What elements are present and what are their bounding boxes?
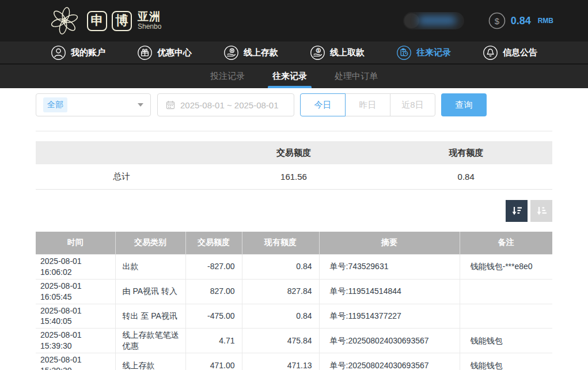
cell-type: 线上存款 [115,353,185,370]
user-icon [51,45,66,61]
cell-time: 2025-08-01 16:06:02 [36,255,115,280]
nav-item-promotions[interactable]: 优惠中心 [137,45,192,61]
cell-time: 2025-08-01 15:39:30 [36,353,115,370]
cell-type: 转出 至 PA视讯 [115,304,185,329]
cell-trade-amount: 827.00 [185,279,242,304]
svg-text:$: $ [494,16,499,26]
cell-note: 钱能钱包 [460,353,552,370]
cell-note [460,304,552,329]
summary-total-row: 总计 161.56 0.84 [36,164,552,189]
summary-header-blank [36,141,208,164]
tab-pending-orders[interactable]: 处理中订单 [333,65,379,88]
nav-label: 线上存款 [244,47,278,58]
nav-label: 我的账户 [71,47,105,58]
cell-type: 线上存款笔笔送优惠 [115,329,185,353]
logo-char-shen: 申 [87,11,107,31]
cell-type: 出款 [115,255,185,280]
records-clipboard-clock-icon [396,45,412,61]
table-row: 2025-08-01 15:39:30 线上存款 471.00 471.13 单… [36,353,552,370]
cell-trade-amount: -827.00 [185,255,242,280]
type-select-value: 全部 [43,97,67,112]
balance-currency: RMB [538,17,553,25]
cell-summary: 单号:202508024030693567 [319,353,460,370]
col-time: 时间 [36,232,115,255]
date-range-value: 2025-08-01 ~ 2025-08-01 [180,100,279,110]
sort-descending-button[interactable] [506,200,528,222]
today-button[interactable]: 今日 [300,93,346,116]
summary-header-balance: 现有额度 [380,141,552,164]
query-button[interactable]: 查询 [441,93,487,116]
tab-transaction-records[interactable]: 往来记录 [271,65,308,88]
nav-label: 优惠中心 [157,47,192,58]
gift-icon [137,45,153,61]
flower-icon [49,5,80,36]
nav-item-my-account[interactable]: 我的账户 [51,45,105,61]
summary-total-trade-amount: 161.56 [208,164,380,189]
top-header: 申 博 亚洲 Shenbo $ 0.84 RMB [0,0,588,41]
nav-label: 信息公告 [503,47,537,58]
main-nav: 我的账户 优惠中心 线上存款 [0,41,588,65]
cell-balance: 0.84 [242,304,319,329]
cell-trade-amount: 4.71 [185,329,242,353]
cell-note: 钱能钱包-***e8e0 [460,255,552,280]
cell-trade-amount: 471.00 [185,353,242,370]
tab-label: 投注记录 [210,71,245,82]
filter-bar: 全部 2025-08-01 ~ 2025-08-01 今日 昨日 [36,93,552,116]
cell-summary: 单号:743529631 [319,255,460,280]
deposit-hand-coin-icon [223,45,239,61]
transactions-table: 时间 交易类别 交易额度 现有额度 摘要 备注 2025-08-01 16:06… [36,232,552,370]
table-header-row: 时间 交易类别 交易额度 现有额度 摘要 备注 [36,232,552,255]
table-row: 2025-08-01 15:40:05 转出 至 PA视讯 -475.00 0.… [36,304,552,329]
cell-time: 2025-08-01 15:40:05 [36,304,115,329]
col-type: 交易类别 [115,232,185,255]
table-row: 2025-08-01 15:39:30 线上存款笔笔送优惠 4.71 475.8… [36,329,552,353]
summary-header-trade-amount: 交易额度 [208,141,380,164]
withdraw-hand-dollar-icon: $ [310,45,325,61]
cell-balance: 475.84 [242,329,319,353]
cell-type: 由 PA视讯 转入 [115,279,185,304]
balance-display: $ 0.84 RMB [488,12,553,29]
divider [36,131,552,131]
summary-total-balance: 0.84 [380,164,552,189]
col-summary: 摘要 [319,232,460,255]
col-note: 备注 [460,232,552,255]
date-range-input[interactable]: 2025-08-01 ~ 2025-08-01 [157,93,294,116]
nav-label: 线上取款 [330,47,365,58]
sort-desc-icon [510,205,523,217]
cell-balance: 471.13 [242,353,319,370]
cell-summary: 单号:202508024030693567 [319,329,460,353]
cell-summary: 单号:119514377227 [319,304,460,329]
table-row: 2025-08-01 16:05:45 由 PA视讯 转入 827.00 827… [36,279,552,304]
quick-date-group: 今日 昨日 近8日 [300,93,435,116]
sort-ascending-button[interactable] [530,200,552,222]
nav-label: 往来记录 [416,47,451,58]
table-row: 2025-08-01 16:06:02 出款 -827.00 0.84 单号:7… [36,255,552,280]
yesterday-button[interactable]: 昨日 [345,93,390,116]
nav-item-transaction-records[interactable]: 往来记录 [396,45,451,61]
balance-amount: 0.84 [511,15,531,27]
svg-text:$: $ [317,48,320,53]
summary-header-row: 交易额度 现有额度 [36,141,552,164]
blurred-username-text [418,16,456,25]
cell-note: 钱能钱包 [460,329,552,353]
nav-item-deposit[interactable]: 线上存款 [223,45,278,61]
sort-controls [36,200,552,222]
site-logo[interactable]: 申 博 亚洲 Shenbo [49,5,161,36]
sort-asc-icon [535,205,548,217]
cell-time: 2025-08-01 15:39:30 [36,329,115,353]
nav-item-withdraw[interactable]: $ 线上取款 [310,45,365,61]
nav-item-announcements[interactable]: 信息公告 [483,45,537,61]
logo-char-bo: 博 [112,11,132,31]
last8days-button[interactable]: 近8日 [390,93,435,116]
masked-username[interactable] [403,12,464,29]
avatar [404,13,419,28]
type-select[interactable]: 全部 [36,93,151,116]
cell-balance: 0.84 [242,255,319,280]
logo-region: 亚洲 [138,11,161,23]
cell-summary: 单号:119514514844 [319,279,460,304]
calendar-icon [166,100,175,110]
cell-note [460,279,552,304]
tab-betting-records[interactable]: 投注记录 [209,65,246,88]
cell-balance: 827.84 [242,279,319,304]
summary-total-label: 总计 [36,164,208,189]
